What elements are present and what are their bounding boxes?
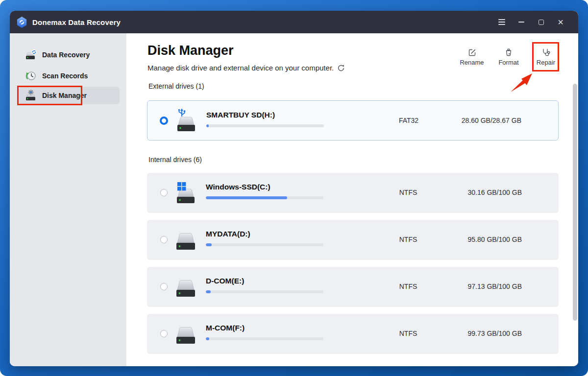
filesystem-label: NTFS — [390, 282, 427, 290]
drive-row-d-com[interactable]: D-COM(E:) NTFS 97.13 GB/100 GB — [147, 267, 559, 307]
internal-drives-label: Internal drives (6) — [148, 156, 202, 164]
format-button[interactable]: Format — [494, 48, 523, 66]
repair-icon — [541, 48, 551, 57]
sidebar: Data Recovery Scan Records — [10, 33, 126, 366]
maximize-icon[interactable] — [531, 11, 551, 33]
main-panel: Disk Manager Manage disk drive and exter… — [126, 33, 578, 366]
drive-name: MYDATA(D:) — [206, 230, 250, 238]
usage-fill — [206, 243, 212, 246]
scan-records-icon — [24, 70, 37, 82]
hard-drive-icon — [174, 321, 197, 347]
sidebar-item-label: Scan Records — [42, 72, 88, 80]
desktop-background: Donemax Data Recovery × — [0, 0, 588, 376]
repair-button[interactable]: Repair — [532, 48, 560, 66]
filesystem-label: NTFS — [390, 188, 427, 196]
drive-row-windows-ssd[interactable]: Windows-SSD(C:) NTFS 30.16 GB/100 GB — [147, 173, 559, 213]
hard-drive-icon — [174, 227, 197, 253]
hard-drive-icon — [174, 274, 197, 300]
rename-label: Rename — [460, 59, 484, 66]
capacity-label: 99.73 GB/100 GB — [424, 329, 522, 337]
usage-bar — [206, 124, 324, 127]
filesystem-label: FAT32 — [390, 117, 427, 124]
menu-icon[interactable] — [492, 11, 512, 33]
sidebar-item-label: Disk Manager — [42, 92, 87, 99]
drive-recovery-icon — [24, 49, 37, 61]
sidebar-item-scan-records[interactable]: Scan Records — [19, 67, 120, 85]
usb-drive-icon — [175, 108, 197, 134]
usage-fill — [206, 124, 209, 127]
rename-button[interactable]: Rename — [458, 48, 486, 66]
sidebar-item-label: Data Recovery — [42, 51, 90, 59]
radio-unselected[interactable] — [160, 283, 168, 290]
filesystem-label: NTFS — [390, 235, 427, 243]
app-logo-icon — [16, 17, 27, 28]
repair-label: Repair — [537, 59, 555, 66]
window-controls: × — [492, 11, 570, 33]
drive-name: M-COM(F:) — [206, 324, 245, 332]
refresh-icon[interactable] — [337, 64, 345, 72]
format-icon — [504, 48, 513, 57]
radio-unselected[interactable] — [160, 236, 168, 243]
rename-icon — [467, 48, 476, 57]
drive-name: Windows-SSD(C:) — [206, 183, 270, 191]
page-title: Disk Manager — [147, 43, 234, 58]
close-icon[interactable]: × — [551, 11, 570, 33]
app-title: Donemax Data Recovery — [32, 18, 121, 26]
capacity-label: 28.60 GB/28.67 GB — [423, 117, 521, 124]
annotation-arrow — [510, 72, 534, 93]
usage-fill — [206, 337, 209, 340]
drive-row-smartbuy-sd[interactable]: SMARTBUY SD(H:) FAT32 28.60 GB/28.67 GB — [147, 100, 559, 141]
external-drives-label: External drives (1) — [148, 82, 204, 90]
usage-bar — [206, 337, 323, 340]
usage-fill — [206, 196, 287, 199]
window-body: Data Recovery Scan Records — [10, 33, 578, 366]
page-subtitle: Manage disk drive and external device on… — [147, 64, 345, 72]
drive-row-mydata[interactable]: MYDATA(D:) NTFS 95.80 GB/100 GB — [147, 220, 559, 260]
page-subtitle-text: Manage disk drive and external device on… — [147, 64, 334, 72]
drive-name: SMARTBUY SD(H:) — [206, 111, 275, 119]
capacity-label: 30.16 GB/100 GB — [424, 188, 522, 196]
windows-drive-icon — [174, 180, 197, 206]
drive-name: D-COM(E:) — [206, 277, 244, 285]
usage-bar — [206, 196, 323, 199]
radio-selected[interactable] — [160, 117, 168, 125]
usage-bar — [206, 243, 323, 246]
usage-fill — [206, 290, 211, 293]
format-label: Format — [498, 59, 518, 66]
radio-unselected[interactable] — [160, 330, 168, 337]
app-window: Donemax Data Recovery × — [10, 11, 578, 366]
titlebar[interactable]: Donemax Data Recovery × — [10, 11, 578, 33]
sidebar-item-disk-manager[interactable]: Disk Manager — [19, 87, 120, 104]
capacity-label: 95.80 GB/100 GB — [424, 235, 522, 243]
usage-bar — [206, 290, 323, 293]
capacity-label: 97.13 GB/100 GB — [424, 282, 522, 290]
filesystem-label: NTFS — [390, 329, 427, 337]
radio-unselected[interactable] — [160, 189, 168, 196]
disk-manager-icon — [24, 90, 37, 101]
sidebar-item-data-recovery[interactable]: Data Recovery — [19, 46, 120, 64]
vertical-scrollbar[interactable] — [573, 84, 577, 321]
drive-row-m-com[interactable]: M-COM(F:) NTFS 99.73 GB/100 GB — [147, 314, 559, 354]
minimize-icon[interactable] — [512, 11, 531, 33]
